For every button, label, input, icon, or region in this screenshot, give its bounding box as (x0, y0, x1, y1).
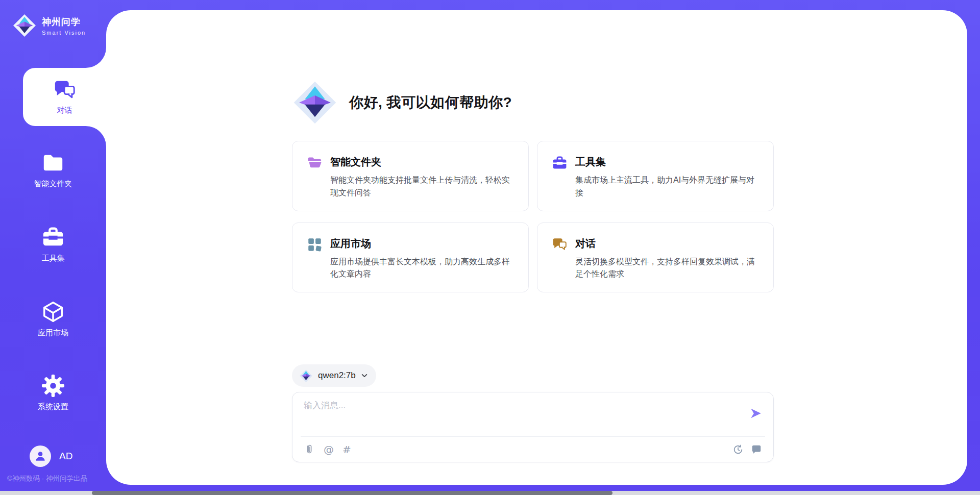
history-icon (732, 444, 744, 455)
card-description: 灵活切换多模型文件，支持多样回复效果调试，满足个性化需求 (575, 256, 759, 281)
sidebar-item-label: 应用市场 (38, 328, 68, 338)
sidebar-item-label: 系统设置 (38, 402, 68, 412)
model-name: qwen2:7b (318, 370, 356, 381)
card-description: 集成市场上主流工具，助力AI与外界无缝扩展与对接 (575, 174, 759, 200)
card-toolset[interactable]: 工具集 集成市场上主流工具，助力AI与外界无缝扩展与对接 (537, 141, 774, 211)
model-selector[interactable]: qwen2:7b (292, 364, 376, 387)
attach-file-button[interactable] (304, 444, 315, 455)
gear-icon (41, 374, 65, 398)
composer-divider (301, 436, 765, 437)
greeting-title: 你好, 我可以如何帮助你? (349, 93, 512, 112)
chat-icon (53, 79, 77, 102)
paperclip-icon (304, 444, 315, 455)
brand-logo-diamond-icon (12, 13, 37, 38)
person-icon (34, 450, 47, 463)
card-chat[interactable]: 对话 灵活切换多模型文件，支持多样回复效果调试，满足个性化需求 (537, 222, 774, 293)
app-root: 神州问学 Smart Vision 对话 智能文件夹 工具集 应用市场 系统设置 (0, 0, 980, 495)
scrollbar-thumb[interactable] (92, 491, 612, 495)
hash-icon: # (342, 444, 351, 455)
send-icon (749, 407, 763, 420)
card-title: 工具集 (575, 155, 759, 169)
chat-icon (552, 237, 568, 253)
send-button[interactable] (749, 407, 763, 421)
brand: 神州问学 Smart Vision (12, 13, 86, 38)
sidebar-item-smart-folders[interactable]: 智能文件夹 (0, 151, 106, 189)
brand-text: 神州问学 Smart Vision (42, 16, 86, 36)
sidebar-item-settings[interactable]: 系统设置 (0, 374, 106, 412)
user-name: AD (59, 451, 72, 462)
folder-open-icon (307, 155, 323, 171)
sidebar-item-app-market[interactable]: 应用市场 (0, 300, 106, 338)
at-icon: @ (324, 444, 334, 455)
card-title: 智能文件夹 (330, 155, 514, 169)
message-input[interactable] (304, 400, 738, 432)
briefcase-icon (41, 226, 65, 249)
horizontal-scrollbar[interactable] (0, 491, 980, 495)
diamond-logo-icon (299, 369, 313, 383)
card-smart-folders[interactable]: 智能文件夹 智能文件夹功能支持批量文件上传与清洗，轻松实现文件问答 (292, 141, 529, 211)
topic-button[interactable]: # (342, 444, 351, 455)
brand-name: 神州问学 (42, 16, 86, 28)
user-account[interactable]: AD (30, 445, 72, 467)
brand-subtitle: Smart Vision (42, 30, 86, 36)
feature-cards: 智能文件夹 智能文件夹功能支持批量文件上传与清洗，轻松实现文件问答 工具集 集成… (292, 141, 774, 292)
cube-icon (41, 300, 65, 324)
history-button[interactable] (732, 444, 744, 455)
greeting-logo-diamond-icon (292, 80, 338, 126)
apps-grid-icon (307, 237, 323, 253)
chevron-down-icon (361, 372, 368, 379)
sidebar-item-chat[interactable]: 对话 (23, 68, 106, 126)
sidebar-item-label: 工具集 (42, 254, 65, 263)
sidebar-footer: ©神州数码 · 神州问学出品 (7, 474, 87, 483)
main-content: 你好, 我可以如何帮助你? 智能文件夹 智能文件夹功能支持批量文件上传与清洗，轻… (292, 0, 774, 495)
composer-left-tools: @ # (304, 444, 351, 455)
card-app-market[interactable]: 应用市场 应用市场提供丰富长文本模板，助力高效生成多样化文章内容 (292, 222, 529, 293)
sidebar-item-label: 对话 (57, 106, 72, 115)
sidebar-item-toolset[interactable]: 工具集 (0, 226, 106, 263)
folder-icon (41, 151, 65, 175)
briefcase-icon (552, 155, 568, 171)
composer-right-tools (732, 444, 762, 455)
message-icon (751, 444, 762, 455)
card-title: 对话 (575, 237, 759, 251)
avatar (30, 445, 51, 467)
card-description: 应用市场提供丰富长文本模板，助力高效生成多样化文章内容 (330, 256, 514, 281)
card-title: 应用市场 (330, 237, 514, 251)
card-description: 智能文件夹功能支持批量文件上传与清洗，轻松实现文件问答 (330, 174, 514, 200)
new-chat-button[interactable] (751, 444, 762, 455)
message-composer: @ # (292, 392, 774, 462)
sidebar-item-label: 智能文件夹 (34, 179, 72, 189)
mention-button[interactable]: @ (324, 444, 334, 455)
greeting: 你好, 我可以如何帮助你? (292, 80, 512, 126)
